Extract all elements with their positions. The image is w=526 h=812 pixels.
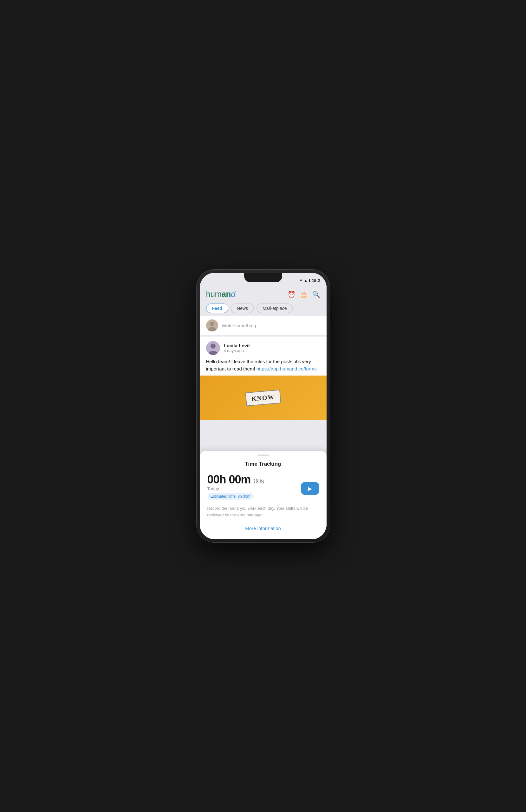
- sheet-title: Time Tracking: [207, 461, 319, 467]
- post-image: KNOW: [200, 376, 326, 420]
- header-icons: ⏰ 🎂 🔍: [288, 291, 320, 298]
- tab-bar: Feed News Marketplace: [200, 302, 326, 316]
- timer-label: Today: [207, 486, 264, 491]
- tab-feed[interactable]: Feed: [206, 304, 229, 313]
- timer-left: 00h 00m 00s Today Estimated time: 8h 30m: [207, 473, 264, 504]
- post-header: Lucila Levit 4 days ago: [206, 341, 320, 355]
- write-placeholder[interactable]: Write something...: [222, 323, 260, 328]
- svg-point-3: [210, 344, 216, 349]
- post-time: 4 days ago: [224, 348, 250, 353]
- post-card: Lucila Levit 4 days ago Hello team! I le…: [200, 336, 326, 420]
- post-author-info: Lucila Levit 4 days ago: [224, 343, 250, 353]
- clock-icon[interactable]: ⏰: [288, 291, 295, 298]
- tab-marketplace[interactable]: Marketplace: [257, 304, 293, 313]
- search-icon[interactable]: 🔍: [312, 291, 320, 298]
- sheet-handle: [258, 454, 269, 456]
- post-text: Hello team! I leave the rules for the po…: [206, 358, 320, 372]
- battery-icon: ▮: [308, 278, 310, 282]
- more-information-link[interactable]: More information: [207, 524, 319, 533]
- estimated-badge: Estimated time: 8h 30m: [207, 493, 254, 499]
- time-tracking-sheet: Time Tracking 00h 00m 00s Today Estimate…: [200, 451, 326, 539]
- phone-screen: ▼ ▲ ▮ 15:2 humand ⏰ 🎂 🔍 Feed: [200, 273, 326, 539]
- post-author-avatar: [206, 341, 220, 355]
- sheet-description: Record the hours you work each day. Your…: [207, 505, 319, 519]
- status-time: 15:2: [312, 278, 320, 283]
- post-link[interactable]: https://app.humand.co/forms: [257, 366, 317, 372]
- wifi-icon: ▼: [299, 278, 303, 282]
- svg-point-1: [208, 327, 216, 332]
- play-icon: ▶: [308, 485, 312, 492]
- app-logo: humand: [206, 289, 235, 299]
- timer-row: 00h 00m 00s Today Estimated time: 8h 30m…: [207, 473, 319, 504]
- tab-news[interactable]: News: [231, 304, 254, 313]
- write-bar[interactable]: Write something...: [200, 316, 326, 335]
- play-button[interactable]: ▶: [301, 482, 319, 495]
- signal-icon: ▲: [304, 278, 308, 282]
- timer-hours: 00h: [207, 473, 226, 486]
- timer-display: 00h 00m 00s: [207, 473, 264, 486]
- birthday-icon[interactable]: 🎂: [300, 291, 308, 298]
- know-stamp: KNOW: [245, 390, 281, 406]
- phone-frame: ▼ ▲ ▮ 15:2 humand ⏰ 🎂 🔍 Feed: [196, 270, 330, 542]
- post-author-name: Lucila Levit: [224, 343, 250, 348]
- svg-point-0: [210, 322, 214, 326]
- notch: [244, 273, 282, 282]
- app-content: humand ⏰ 🎂 🔍 Feed News Marketplace: [200, 286, 326, 539]
- user-avatar-small: [206, 319, 218, 332]
- app-header: humand ⏰ 🎂 🔍: [200, 286, 326, 302]
- timer-seconds: 00s: [254, 477, 264, 485]
- timer-minutes: 00m: [229, 473, 251, 486]
